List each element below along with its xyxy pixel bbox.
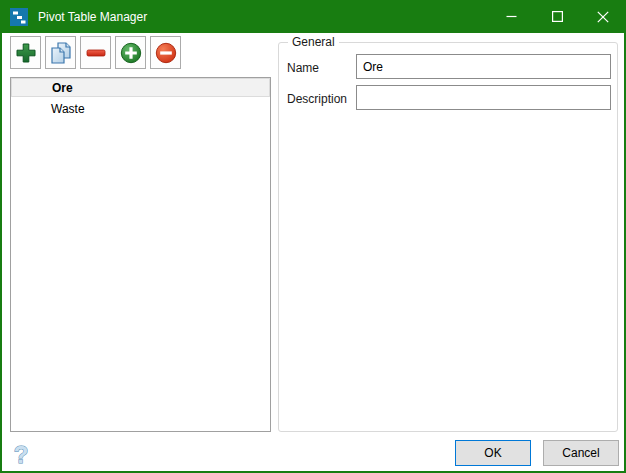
svg-text:?: ? (14, 441, 29, 468)
window-title: Pivot Table Manager (38, 10, 147, 24)
caption-buttons (488, 0, 626, 33)
name-label: Name (287, 61, 319, 75)
remove-circle-button[interactable] (150, 36, 181, 69)
remove-circle-icon (154, 41, 178, 65)
list-item-ore[interactable]: Ore (11, 78, 270, 97)
list-item-label: Ore (52, 81, 73, 95)
add-circle-button[interactable] (115, 36, 146, 69)
window-border-left (0, 0, 2, 473)
remove-button[interactable] (80, 36, 111, 69)
close-button[interactable] (580, 0, 626, 33)
description-label: Description (287, 92, 347, 106)
toolbar (10, 36, 181, 69)
list-item-label: Waste (51, 102, 85, 116)
groupbox-title: General (288, 35, 339, 49)
titlebar[interactable]: Pivot Table Manager (0, 0, 626, 33)
ok-button[interactable]: OK (455, 440, 531, 466)
pivot-table-manager-dialog: Pivot Table Manager (0, 0, 626, 473)
app-icon (10, 8, 28, 26)
remove-minus-icon (84, 41, 108, 65)
maximize-icon (552, 11, 563, 22)
pivot-table-list: Ore Waste (10, 77, 271, 432)
copy-button[interactable] (45, 36, 76, 69)
minimize-button[interactable] (488, 0, 534, 33)
description-input[interactable] (356, 85, 611, 110)
name-input[interactable] (356, 54, 611, 79)
help-question-icon: ? (8, 441, 34, 469)
list-item-waste[interactable]: Waste (11, 100, 270, 119)
close-icon (597, 11, 609, 23)
minimize-icon (506, 11, 517, 22)
cancel-button[interactable]: Cancel (543, 440, 619, 466)
maximize-button[interactable] (534, 0, 580, 33)
help-button[interactable]: ? (8, 441, 34, 469)
general-groupbox: General Name Description (278, 42, 618, 432)
copy-documents-icon (49, 41, 73, 65)
add-circle-icon (119, 41, 143, 65)
add-button[interactable] (10, 36, 41, 69)
add-plus-icon (14, 41, 38, 65)
